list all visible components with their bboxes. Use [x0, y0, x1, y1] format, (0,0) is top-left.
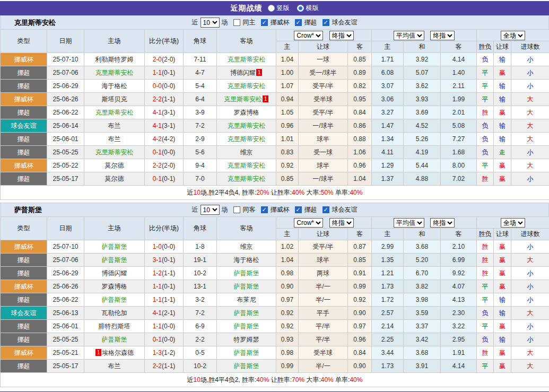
result-handicap: 走 — [494, 146, 511, 159]
col-type: 类型 — [1, 217, 47, 240]
avg-odds-draw: 3.69 — [404, 106, 441, 119]
match-score: 0-1(0-0) — [145, 146, 184, 159]
radio-unchecked-icon[interactable] — [268, 5, 275, 12]
col-handicap-away: 客 — [348, 229, 372, 240]
result-outcome: 平 — [477, 320, 494, 333]
handicap-odds-away: 0.96 — [348, 333, 372, 346]
result-goals: 大 — [511, 133, 549, 146]
match-count-select[interactable]: 10 — [201, 205, 220, 215]
handicap-line: 受一/球半 — [299, 66, 348, 80]
summary-stat-label: 让胜率: — [269, 376, 292, 384]
col-result-outcome: 胜负 — [477, 229, 494, 240]
same-venue-checkbox[interactable] — [233, 206, 240, 213]
home-team: 利勒斯特罗姆 — [84, 53, 145, 66]
avg-odds-draw: 3.91 — [404, 360, 441, 373]
league-checkbox-eliteserien[interactable] — [295, 206, 302, 213]
summary-stat-value: 40% — [256, 376, 269, 384]
fulltime-score: 1-0 — [153, 243, 162, 250]
home-team-name: 博德闪耀 — [102, 269, 127, 277]
match-score: 1-1(1-1) — [145, 293, 184, 307]
match-score: 4-1(3-1) — [145, 106, 184, 119]
scope-select[interactable]: 全场 — [501, 31, 525, 40]
match-score: 4-1(3-1) — [145, 119, 184, 133]
match-score: 1-3(1-2) — [145, 346, 184, 360]
home-team: 克里斯蒂安松 — [84, 106, 145, 119]
halftime-score: (1-1) — [162, 362, 175, 370]
league-checkbox-friendly[interactable] — [323, 206, 329, 213]
league-checkbox-friendly[interactable] — [323, 19, 329, 26]
match-date: 25-05-25 — [47, 146, 84, 159]
bookmaker-select[interactable]: Crow* — [294, 218, 323, 228]
radio-checked-icon[interactable] — [297, 5, 304, 12]
away-team: 特罗姆瑟 — [217, 333, 276, 346]
final-odds-select[interactable]: 终指 — [329, 218, 354, 228]
games-label: 场 — [222, 18, 228, 27]
handicap-odds-away: 0.91 — [348, 267, 372, 280]
handicap-line: 半/一 — [299, 280, 348, 293]
layout-radio-horizontal[interactable]: 横版 — [297, 4, 319, 13]
corner-score: 10-2 — [184, 360, 217, 373]
red-card-badge: 1 — [263, 95, 268, 102]
avg-odds-home: 2.99 — [372, 240, 404, 254]
final-odds-select[interactable]: 终指 — [329, 31, 354, 40]
result-handicap: 赢 — [494, 280, 511, 293]
result-goals: 小 — [511, 80, 549, 93]
summary-stat-value: 70% — [292, 376, 304, 384]
match-type-badge: 挪威杯 — [1, 93, 47, 106]
fulltime-score: 3-1 — [153, 256, 162, 264]
fulltime-score: 1-1 — [153, 323, 162, 330]
match-score: 0-1(0-0) — [145, 333, 184, 346]
avg-odds-draw: 3.68 — [404, 240, 441, 254]
league-checkbox-cup[interactable] — [261, 206, 268, 213]
away-team: 萨普斯堡 — [217, 320, 276, 333]
avg-odds-draw: 3.93 — [404, 93, 441, 106]
same-venue-label: 同主 — [243, 18, 256, 27]
corner-score: 0-5 — [184, 346, 217, 360]
summary-text: 近10场,胜2平4负4, 胜率:20% 让胜率:40% 大率:50% 单率:40… — [1, 186, 549, 200]
match-score: 0-1(0-1) — [145, 172, 184, 186]
league-label-friendly: 球会友谊 — [332, 18, 358, 27]
home-team: 博德闪耀 — [84, 267, 145, 280]
corner-score: 4-7 — [184, 66, 217, 80]
avg-odds-draw: 5.20 — [404, 254, 441, 267]
away-team-name: 博德闪耀 — [230, 69, 256, 76]
same-venue-checkbox[interactable] — [233, 19, 240, 26]
handicap-odds-home: 1.02 — [276, 240, 299, 254]
result-handicap: 赢 — [494, 172, 511, 186]
match-type-badge: 挪超 — [1, 320, 47, 333]
fulltime-score: 4-2 — [153, 135, 162, 143]
summary-stat-label: 大率: — [304, 376, 321, 384]
summary-row: 近10场,胜4平4负2, 胜率:40% 让胜率:70% 大率:40% 单率:40… — [1, 373, 549, 387]
league-checkbox-cup[interactable] — [261, 19, 268, 26]
result-handicap: 输 — [494, 119, 511, 133]
league-checkbox-eliteserien[interactable] — [295, 19, 302, 26]
home-team-name: 利勒斯特罗姆 — [95, 56, 134, 63]
match-type-badge: 挪超 — [1, 293, 47, 307]
avg-odds-away: 1.99 — [441, 93, 477, 106]
match-type-badge: 挪超 — [1, 172, 47, 186]
final-odds-select-2[interactable]: 终指 — [430, 218, 455, 228]
handicap-odds-home: 0.98 — [276, 346, 299, 360]
filter-bar: 克里斯蒂安松 近 10 场 同主 挪威杯 挪超 球会友谊 — [0, 15, 549, 29]
avg-odds-home: 3.27 — [372, 106, 404, 119]
handicap-odds-away: 0.90 — [348, 307, 372, 320]
match-score: 1-1(0-0) — [145, 320, 184, 333]
match-count-select[interactable]: 10 — [201, 18, 220, 28]
average-select[interactable]: 平均值 — [394, 218, 424, 228]
result-handicap: 赢 — [494, 106, 511, 119]
away-team-name: 萨普斯堡 — [234, 283, 259, 290]
scope-select[interactable]: 全场 — [501, 218, 525, 228]
near-label: 近 — [192, 205, 198, 214]
final-odds-select-2[interactable]: 终指 — [430, 31, 455, 40]
bookmaker-select[interactable]: Crow* — [294, 31, 323, 40]
summary-stat-value: 50% — [321, 189, 334, 196]
avg-odds-draw: 5.07 — [404, 66, 441, 80]
col-handicap-line: 让球 — [299, 229, 348, 240]
result-goals: 大 — [511, 360, 549, 373]
match-date: 25-05-21 — [47, 346, 84, 360]
red-card-badge: 1 — [256, 69, 262, 76]
results-table: 类型 日期 主场 比分(半场) 角球 客场 Crow* 终指 平均值 终指 全场 — [0, 216, 549, 387]
layout-radio-vertical[interactable]: 竖版 — [268, 4, 290, 13]
result-handicap: 输 — [494, 293, 511, 307]
average-select[interactable]: 平均值 — [394, 31, 424, 40]
